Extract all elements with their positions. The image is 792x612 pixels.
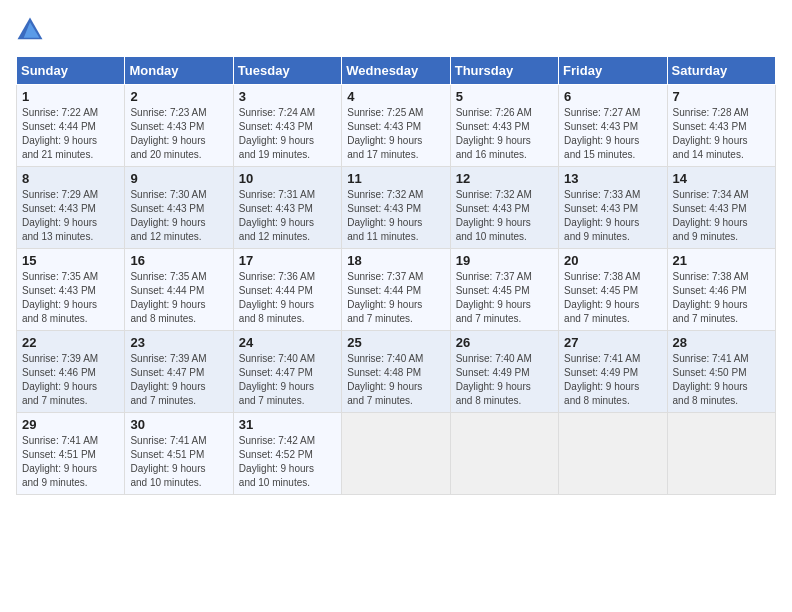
day-number: 22: [22, 335, 119, 350]
day-number: 8: [22, 171, 119, 186]
calendar-cell: 1Sunrise: 7:22 AM Sunset: 4:44 PM Daylig…: [17, 85, 125, 167]
calendar-cell: 13Sunrise: 7:33 AM Sunset: 4:43 PM Dayli…: [559, 167, 667, 249]
cell-info: Sunrise: 7:24 AM Sunset: 4:43 PM Dayligh…: [239, 106, 336, 162]
calendar-cell: 29Sunrise: 7:41 AM Sunset: 4:51 PM Dayli…: [17, 413, 125, 495]
day-number: 23: [130, 335, 227, 350]
day-number: 13: [564, 171, 661, 186]
week-row-3: 15Sunrise: 7:35 AM Sunset: 4:43 PM Dayli…: [17, 249, 776, 331]
cell-info: Sunrise: 7:33 AM Sunset: 4:43 PM Dayligh…: [564, 188, 661, 244]
header-cell-wednesday: Wednesday: [342, 57, 450, 85]
day-number: 11: [347, 171, 444, 186]
day-number: 30: [130, 417, 227, 432]
calendar-cell: 23Sunrise: 7:39 AM Sunset: 4:47 PM Dayli…: [125, 331, 233, 413]
calendar-cell: 25Sunrise: 7:40 AM Sunset: 4:48 PM Dayli…: [342, 331, 450, 413]
calendar-cell: 7Sunrise: 7:28 AM Sunset: 4:43 PM Daylig…: [667, 85, 775, 167]
header-cell-friday: Friday: [559, 57, 667, 85]
day-number: 18: [347, 253, 444, 268]
calendar-cell: 2Sunrise: 7:23 AM Sunset: 4:43 PM Daylig…: [125, 85, 233, 167]
calendar-cell: 28Sunrise: 7:41 AM Sunset: 4:50 PM Dayli…: [667, 331, 775, 413]
calendar-cell: 30Sunrise: 7:41 AM Sunset: 4:51 PM Dayli…: [125, 413, 233, 495]
calendar-cell: 17Sunrise: 7:36 AM Sunset: 4:44 PM Dayli…: [233, 249, 341, 331]
day-number: 21: [673, 253, 770, 268]
day-number: 19: [456, 253, 553, 268]
calendar-cell: [559, 413, 667, 495]
day-number: 14: [673, 171, 770, 186]
day-number: 20: [564, 253, 661, 268]
day-number: 26: [456, 335, 553, 350]
calendar-cell: 19Sunrise: 7:37 AM Sunset: 4:45 PM Dayli…: [450, 249, 558, 331]
day-number: 10: [239, 171, 336, 186]
header-row: SundayMondayTuesdayWednesdayThursdayFrid…: [17, 57, 776, 85]
day-number: 16: [130, 253, 227, 268]
cell-info: Sunrise: 7:29 AM Sunset: 4:43 PM Dayligh…: [22, 188, 119, 244]
cell-info: Sunrise: 7:25 AM Sunset: 4:43 PM Dayligh…: [347, 106, 444, 162]
cell-info: Sunrise: 7:35 AM Sunset: 4:44 PM Dayligh…: [130, 270, 227, 326]
day-number: 7: [673, 89, 770, 104]
cell-info: Sunrise: 7:23 AM Sunset: 4:43 PM Dayligh…: [130, 106, 227, 162]
cell-info: Sunrise: 7:40 AM Sunset: 4:49 PM Dayligh…: [456, 352, 553, 408]
cell-info: Sunrise: 7:41 AM Sunset: 4:50 PM Dayligh…: [673, 352, 770, 408]
calendar-cell: 27Sunrise: 7:41 AM Sunset: 4:49 PM Dayli…: [559, 331, 667, 413]
cell-info: Sunrise: 7:30 AM Sunset: 4:43 PM Dayligh…: [130, 188, 227, 244]
day-number: 29: [22, 417, 119, 432]
header-cell-thursday: Thursday: [450, 57, 558, 85]
day-number: 3: [239, 89, 336, 104]
day-number: 9: [130, 171, 227, 186]
calendar-table: SundayMondayTuesdayWednesdayThursdayFrid…: [16, 56, 776, 495]
day-number: 12: [456, 171, 553, 186]
cell-info: Sunrise: 7:26 AM Sunset: 4:43 PM Dayligh…: [456, 106, 553, 162]
cell-info: Sunrise: 7:41 AM Sunset: 4:51 PM Dayligh…: [22, 434, 119, 490]
day-number: 17: [239, 253, 336, 268]
day-number: 5: [456, 89, 553, 104]
calendar-cell: 31Sunrise: 7:42 AM Sunset: 4:52 PM Dayli…: [233, 413, 341, 495]
cell-info: Sunrise: 7:40 AM Sunset: 4:47 PM Dayligh…: [239, 352, 336, 408]
cell-info: Sunrise: 7:22 AM Sunset: 4:44 PM Dayligh…: [22, 106, 119, 162]
calendar-cell: 12Sunrise: 7:32 AM Sunset: 4:43 PM Dayli…: [450, 167, 558, 249]
calendar-cell: [342, 413, 450, 495]
calendar-cell: 20Sunrise: 7:38 AM Sunset: 4:45 PM Dayli…: [559, 249, 667, 331]
calendar-cell: [450, 413, 558, 495]
day-number: 31: [239, 417, 336, 432]
day-number: 2: [130, 89, 227, 104]
calendar-cell: 21Sunrise: 7:38 AM Sunset: 4:46 PM Dayli…: [667, 249, 775, 331]
cell-info: Sunrise: 7:35 AM Sunset: 4:43 PM Dayligh…: [22, 270, 119, 326]
header-cell-sunday: Sunday: [17, 57, 125, 85]
calendar-cell: 18Sunrise: 7:37 AM Sunset: 4:44 PM Dayli…: [342, 249, 450, 331]
calendar-cell: 11Sunrise: 7:32 AM Sunset: 4:43 PM Dayli…: [342, 167, 450, 249]
day-number: 28: [673, 335, 770, 350]
logo: [16, 16, 48, 44]
cell-info: Sunrise: 7:32 AM Sunset: 4:43 PM Dayligh…: [456, 188, 553, 244]
cell-info: Sunrise: 7:41 AM Sunset: 4:49 PM Dayligh…: [564, 352, 661, 408]
cell-info: Sunrise: 7:37 AM Sunset: 4:44 PM Dayligh…: [347, 270, 444, 326]
week-row-5: 29Sunrise: 7:41 AM Sunset: 4:51 PM Dayli…: [17, 413, 776, 495]
calendar-cell: 22Sunrise: 7:39 AM Sunset: 4:46 PM Dayli…: [17, 331, 125, 413]
cell-info: Sunrise: 7:38 AM Sunset: 4:46 PM Dayligh…: [673, 270, 770, 326]
day-number: 1: [22, 89, 119, 104]
day-number: 25: [347, 335, 444, 350]
day-number: 6: [564, 89, 661, 104]
header-cell-saturday: Saturday: [667, 57, 775, 85]
calendar-cell: 6Sunrise: 7:27 AM Sunset: 4:43 PM Daylig…: [559, 85, 667, 167]
cell-info: Sunrise: 7:36 AM Sunset: 4:44 PM Dayligh…: [239, 270, 336, 326]
cell-info: Sunrise: 7:34 AM Sunset: 4:43 PM Dayligh…: [673, 188, 770, 244]
calendar-cell: 5Sunrise: 7:26 AM Sunset: 4:43 PM Daylig…: [450, 85, 558, 167]
day-number: 15: [22, 253, 119, 268]
cell-info: Sunrise: 7:39 AM Sunset: 4:46 PM Dayligh…: [22, 352, 119, 408]
calendar-cell: 9Sunrise: 7:30 AM Sunset: 4:43 PM Daylig…: [125, 167, 233, 249]
calendar-cell: [667, 413, 775, 495]
cell-info: Sunrise: 7:37 AM Sunset: 4:45 PM Dayligh…: [456, 270, 553, 326]
calendar-cell: 14Sunrise: 7:34 AM Sunset: 4:43 PM Dayli…: [667, 167, 775, 249]
calendar-cell: 4Sunrise: 7:25 AM Sunset: 4:43 PM Daylig…: [342, 85, 450, 167]
header-cell-monday: Monday: [125, 57, 233, 85]
calendar-cell: 15Sunrise: 7:35 AM Sunset: 4:43 PM Dayli…: [17, 249, 125, 331]
header: [16, 16, 776, 44]
week-row-2: 8Sunrise: 7:29 AM Sunset: 4:43 PM Daylig…: [17, 167, 776, 249]
cell-info: Sunrise: 7:42 AM Sunset: 4:52 PM Dayligh…: [239, 434, 336, 490]
day-number: 4: [347, 89, 444, 104]
cell-info: Sunrise: 7:28 AM Sunset: 4:43 PM Dayligh…: [673, 106, 770, 162]
cell-info: Sunrise: 7:31 AM Sunset: 4:43 PM Dayligh…: [239, 188, 336, 244]
week-row-4: 22Sunrise: 7:39 AM Sunset: 4:46 PM Dayli…: [17, 331, 776, 413]
cell-info: Sunrise: 7:38 AM Sunset: 4:45 PM Dayligh…: [564, 270, 661, 326]
header-cell-tuesday: Tuesday: [233, 57, 341, 85]
calendar-cell: 26Sunrise: 7:40 AM Sunset: 4:49 PM Dayli…: [450, 331, 558, 413]
